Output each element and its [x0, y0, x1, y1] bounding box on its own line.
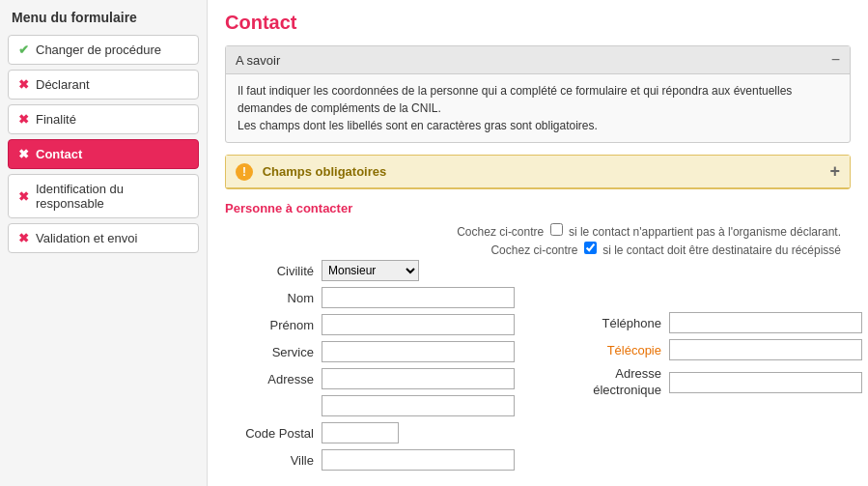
cross-icon: ✖: [18, 77, 29, 92]
asavoir-toggle[interactable]: −: [831, 51, 840, 69]
checkbox2-label: Cochez ci-contre: [490, 243, 577, 257]
section-title: Personne à contacter: [225, 201, 851, 215]
checkbox-destinataire[interactable]: [584, 242, 597, 254]
sidebar-item-validation[interactable]: ✖ Validation et envoi: [8, 223, 199, 253]
codepostal-input[interactable]: [322, 422, 399, 443]
ville-label: Ville: [225, 453, 322, 468]
codepostal-row: Code Postal: [225, 422, 553, 443]
cross-icon: ✖: [18, 147, 29, 161]
adresse2-input[interactable]: [322, 395, 515, 416]
nom-input[interactable]: [322, 287, 515, 308]
checkbox-not-organisme[interactable]: [550, 223, 563, 236]
service-label: Service: [225, 345, 322, 359]
ville-input[interactable]: [322, 449, 515, 471]
cross-icon: ✖: [18, 231, 29, 245]
sidebar-item-label: Déclarant: [36, 77, 90, 92]
cross-icon: ✖: [18, 189, 29, 204]
prenom-row: Prénom: [225, 314, 553, 335]
form-area: Civilité Monsieur Madame Mademoiselle No…: [225, 260, 851, 476]
asavoir-line1: Il faut indiquer les coordonnées de la p…: [238, 82, 838, 100]
champs-obligatoires-box: ! Champs obligatoires +: [225, 155, 851, 189]
civilite-select[interactable]: Monsieur Madame Mademoiselle: [322, 260, 419, 281]
adresse2-row: [225, 395, 553, 416]
sidebar-item-identification[interactable]: ✖ Identification du responsable: [8, 174, 199, 218]
sidebar-item-label: Validation et envoi: [36, 231, 137, 245]
left-col: Civilité Monsieur Madame Mademoiselle No…: [225, 260, 553, 476]
adresse-elec-input[interactable]: [669, 372, 862, 393]
telephone-input[interactable]: [669, 312, 862, 333]
adresse-elec-label: Adresseélectronique: [582, 366, 669, 399]
page-title: Contact: [225, 12, 851, 34]
asavoir-box: A savoir − Il faut indiquer les coordonn…: [225, 45, 851, 143]
adresse-input[interactable]: [322, 368, 515, 389]
checkbox1-text: si le contact n'appartient pas à l'organ…: [569, 225, 841, 239]
adresse-row: Adresse: [225, 368, 553, 389]
champs-obligatoires-label: Champs obligatoires: [263, 164, 387, 179]
codepostal-label: Code Postal: [225, 426, 322, 441]
main-content: Contact A savoir − Il faut indiquer les …: [208, 0, 868, 486]
champs-obligatoires-header[interactable]: ! Champs obligatoires +: [226, 156, 850, 188]
telephone-row: Téléphone: [582, 312, 868, 333]
asavoir-line3: Les champs dont les libellés sont en car…: [238, 117, 838, 134]
nom-label: Nom: [225, 291, 322, 305]
sidebar-title: Menu du formulaire: [8, 10, 199, 25]
right-col: Téléphone Télécopie Adresseélectronique: [582, 312, 868, 405]
civilite-row: Civilité Monsieur Madame Mademoiselle: [225, 260, 553, 281]
service-row: Service: [225, 341, 553, 362]
asavoir-title: A savoir: [236, 53, 280, 68]
checkbox1-label: Cochez ci-contre: [457, 225, 544, 239]
sidebar-item-declarant[interactable]: ✖ Déclarant: [8, 70, 199, 100]
service-input[interactable]: [322, 341, 515, 362]
nom-row: Nom: [225, 287, 553, 308]
sidebar-item-contact[interactable]: ✖ Contact: [8, 139, 199, 169]
ville-row: Ville: [225, 449, 553, 471]
warning-icon: !: [236, 163, 253, 181]
telephone-label: Téléphone: [582, 316, 669, 330]
telecopie-row: Télécopie: [582, 339, 868, 360]
adresse-label: Adresse: [225, 372, 322, 386]
prenom-input[interactable]: [322, 314, 515, 335]
sidebar: Menu du formulaire ✔ Changer de procédur…: [0, 0, 208, 486]
sidebar-item-finalite[interactable]: ✖ Finalité: [8, 104, 199, 134]
civilite-label: Civilité: [225, 264, 322, 278]
warning-label-group: ! Champs obligatoires: [236, 163, 386, 181]
telecopie-label: Télécopie: [582, 343, 669, 357]
champs-toggle[interactable]: +: [829, 161, 840, 182]
prenom-label: Prénom: [225, 318, 322, 332]
checkbox-line-1: Cochez ci-contre si le contact n'apparti…: [225, 223, 851, 239]
sidebar-item-label: Contact: [36, 147, 82, 161]
sidebar-item-label: Changer de procédure: [36, 43, 161, 57]
adresse-elec-row: Adresseélectronique: [582, 366, 868, 399]
sidebar-item-label: Identification du responsable: [36, 182, 188, 211]
sidebar-item-changer-procedure[interactable]: ✔ Changer de procédure: [8, 35, 199, 65]
asavoir-header[interactable]: A savoir −: [226, 46, 850, 74]
asavoir-line2: demandes de compléments de la CNIL.: [238, 100, 838, 117]
sidebar-item-label: Finalité: [36, 112, 76, 127]
checkbox-line-2: Cochez ci-contre si le contact doit être…: [225, 242, 851, 257]
checkbox2-text: si le contact doit être destinataire du …: [602, 243, 841, 257]
cross-icon: ✖: [18, 112, 29, 127]
asavoir-body: Il faut indiquer les coordonnées de la p…: [226, 74, 850, 142]
telecopie-input[interactable]: [669, 339, 862, 360]
check-icon: ✔: [18, 43, 29, 57]
